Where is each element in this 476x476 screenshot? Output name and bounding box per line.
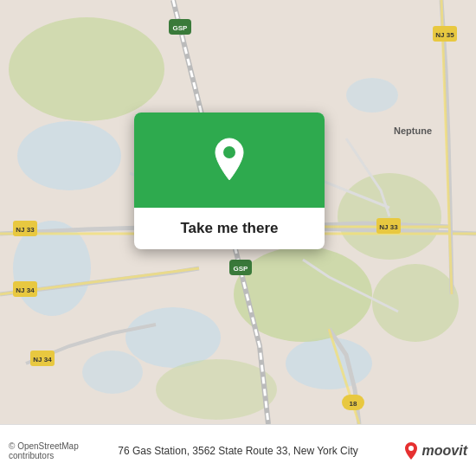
svg-point-3 bbox=[125, 307, 221, 368]
moovit-logo: moovit bbox=[376, 441, 467, 460]
location-pin-icon bbox=[210, 137, 248, 183]
osm-attribution: © OpenStreetMap contributors bbox=[9, 441, 100, 460]
svg-point-5 bbox=[346, 78, 398, 113]
moovit-pin-icon bbox=[403, 441, 419, 460]
bottom-bar: © OpenStreetMap contributors 76 Gas Stat… bbox=[0, 424, 476, 476]
svg-text:GSP: GSP bbox=[173, 24, 189, 32]
take-me-there-button[interactable]: Take me there bbox=[134, 208, 325, 249]
svg-text:Neptune: Neptune bbox=[394, 125, 432, 136]
svg-point-35 bbox=[223, 146, 235, 158]
svg-point-1 bbox=[17, 121, 121, 190]
svg-text:GSP: GSP bbox=[234, 265, 249, 273]
svg-point-10 bbox=[372, 264, 459, 342]
popup-map-area bbox=[134, 113, 325, 208]
popup-card: Take me there bbox=[134, 113, 325, 249]
svg-text:NJ 35: NJ 35 bbox=[435, 31, 454, 39]
osm-credit-text: © OpenStreetMap contributors bbox=[9, 441, 79, 460]
svg-point-11 bbox=[156, 359, 277, 420]
svg-point-36 bbox=[408, 446, 414, 451]
svg-point-6 bbox=[82, 351, 143, 394]
svg-text:NJ 33: NJ 33 bbox=[16, 226, 35, 234]
svg-text:NJ 34: NJ 34 bbox=[33, 356, 52, 363]
svg-point-8 bbox=[9, 17, 164, 121]
svg-text:18: 18 bbox=[350, 400, 357, 408]
svg-point-4 bbox=[286, 338, 372, 389]
svg-text:NJ 33: NJ 33 bbox=[379, 223, 398, 231]
address-label: 76 Gas Station, 3562 State Route 33, New… bbox=[100, 445, 376, 457]
svg-text:NJ 34: NJ 34 bbox=[16, 286, 35, 294]
map-container: GSP GSP GSP NJ 33 NJ 33 NJ 33 NJ 34 NJ 3… bbox=[0, 0, 476, 424]
moovit-text: moovit bbox=[422, 443, 467, 459]
